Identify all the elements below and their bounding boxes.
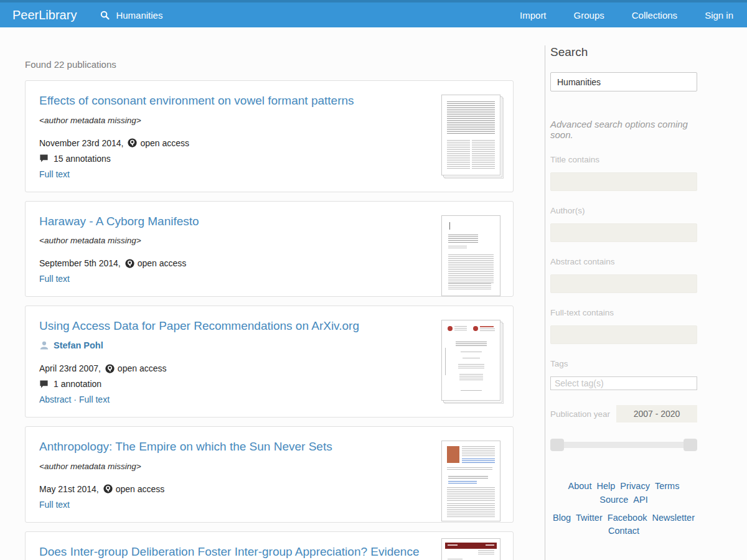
open-access-icon — [125, 259, 134, 268]
annotations-count: 1 annotation — [54, 379, 101, 389]
footer-link-about[interactable]: About — [568, 481, 592, 491]
nav-link-collections[interactable]: Collections — [632, 10, 677, 21]
top-navbar: PeerLibrary Import Groups Collections Si… — [0, 0, 747, 27]
footer-links-row: About Help Privacy Terms Source API — [550, 480, 697, 507]
slider-handle-max[interactable] — [684, 439, 697, 451]
title-contains-label: Title contains — [550, 155, 697, 164]
brand-logo[interactable]: PeerLibrary — [12, 8, 77, 22]
document-thumbnail[interactable] — [441, 441, 500, 521]
annotation-icon — [39, 380, 49, 389]
publication-card: Anthropology: The Empire on which the Su… — [25, 426, 514, 523]
authors-label: Author(s) — [550, 206, 697, 215]
title-contains-input — [550, 172, 697, 191]
publication-date: April 23rd 2007, — [39, 363, 101, 373]
open-access-label: open access — [116, 484, 165, 494]
publication-title[interactable]: Effects of consonant environment on vowe… — [39, 93, 354, 109]
open-access-label: open access — [140, 138, 189, 148]
publication-links: Full text — [39, 500, 499, 510]
link-separator: · — [73, 394, 77, 404]
publication-title[interactable]: Anthropology: The Empire on which the Su… — [39, 439, 332, 455]
publication-card: Effects of consonant environment on vowe… — [25, 80, 514, 192]
footer-links-row: Blog Twitter Facebook Newsletter Contact — [550, 511, 697, 539]
publication-year-row: Publication year 2007 - 2020 — [550, 405, 697, 422]
nav-link-sign-in[interactable]: Sign in — [705, 10, 733, 21]
author-missing-note: <author metadata missing> — [39, 236, 499, 245]
author-missing-note: <author metadata missing> — [39, 116, 499, 125]
document-thumbnail[interactable] — [441, 538, 500, 560]
annotations-row: 15 annotations — [39, 154, 499, 164]
publication-card: Does Inter-group Deliberation Foster Int… — [25, 531, 514, 560]
authors-input — [550, 223, 697, 242]
annotation-icon — [39, 154, 49, 163]
abstract-contains-label: Abstract contains — [550, 257, 697, 266]
full-text-link[interactable]: Full text — [39, 169, 70, 179]
open-access-icon — [105, 364, 115, 373]
footer-link-blog[interactable]: Blog — [553, 513, 571, 523]
abstract-link[interactable]: Abstract — [39, 394, 71, 404]
person-icon — [39, 340, 49, 350]
author-link[interactable]: Stefan Pohl — [54, 340, 103, 350]
footer-link-newsletter[interactable]: Newsletter — [652, 513, 695, 523]
publication-card: Using Access Data for Paper Recommendati… — [25, 306, 514, 418]
author-missing-note: <author metadata missing> — [39, 462, 499, 471]
footer-link-twitter[interactable]: Twitter — [576, 513, 603, 523]
author-row: Stefan Pohl — [39, 340, 499, 350]
footer-link-source[interactable]: Source — [599, 495, 628, 505]
sidebar-footer: About Help Privacy Terms Source API Blog… — [550, 480, 697, 538]
nav-link-import[interactable]: Import — [520, 10, 547, 21]
slider-handle-min[interactable] — [550, 439, 564, 451]
footer-link-contact[interactable]: Contact — [608, 526, 639, 536]
publication-date: November 23rd 2014, — [39, 138, 123, 148]
search-icon — [100, 11, 110, 20]
publication-title[interactable]: Does Inter-group Deliberation Foster Int… — [39, 544, 431, 560]
sidebar-title: Search — [550, 45, 697, 59]
publication-card: Haraway - A Cyborg Manifesto <author met… — [25, 201, 514, 297]
results-column: Found 22 publications Effects of consona… — [25, 27, 514, 560]
main-content: Found 22 publications Effects of consona… — [0, 27, 747, 560]
full-text-link[interactable]: Full text — [79, 394, 110, 404]
document-thumbnail[interactable] — [441, 95, 500, 175]
publication-date: September 5th 2014, — [39, 258, 121, 268]
publication-links: Abstract·Full text — [39, 394, 499, 404]
tags-label: Tags — [550, 359, 697, 368]
publication-meta: September 5th 2014, open access — [39, 258, 499, 268]
publication-year-label: Publication year — [550, 409, 610, 419]
publication-meta: May 21st 2014, open access — [39, 484, 499, 494]
annotations-row: 1 annotation — [39, 379, 499, 389]
open-access-label: open access — [118, 363, 167, 373]
navbar-search-input[interactable] — [115, 9, 208, 21]
footer-link-api[interactable]: API — [633, 495, 647, 505]
footer-link-facebook[interactable]: Facebook — [608, 513, 647, 523]
year-range-slider — [550, 439, 697, 451]
navbar-links: Import Groups Collections Sign in — [492, 10, 733, 21]
publication-title[interactable]: Haraway - A Cyborg Manifesto — [39, 214, 199, 230]
slider-track[interactable] — [550, 442, 697, 448]
open-access-icon — [103, 484, 113, 493]
publication-meta: November 23rd 2014, open access — [39, 138, 499, 148]
coming-soon-note: Advanced search options coming soon. — [550, 119, 697, 140]
publication-title[interactable]: Using Access Data for Paper Recommendati… — [39, 319, 359, 334]
results-count: Found 22 publications — [25, 59, 514, 70]
open-access-label: open access — [138, 258, 187, 268]
publication-links: Full text — [39, 169, 499, 179]
publication-date: May 21st 2014, — [39, 484, 99, 494]
search-sidebar: Search Advanced search options coming so… — [545, 45, 697, 560]
publication-links: Full text — [39, 274, 499, 284]
open-access-icon — [128, 138, 137, 147]
tags-select-input[interactable] — [550, 376, 697, 390]
sidebar-search-input[interactable] — [550, 72, 697, 91]
footer-link-terms[interactable]: Terms — [655, 481, 679, 491]
footer-link-help[interactable]: Help — [597, 481, 616, 491]
fulltext-contains-input — [550, 325, 697, 344]
abstract-contains-input — [550, 274, 697, 293]
full-text-link[interactable]: Full text — [39, 274, 70, 284]
publication-meta: April 23rd 2007, open access — [39, 363, 499, 373]
document-thumbnail[interactable] — [441, 320, 500, 401]
footer-link-privacy[interactable]: Privacy — [620, 481, 650, 491]
fulltext-contains-label: Full-text contains — [550, 308, 697, 317]
nav-link-groups[interactable]: Groups — [574, 10, 604, 21]
full-text-link[interactable]: Full text — [39, 500, 70, 510]
navbar-search[interactable] — [100, 9, 208, 21]
document-thumbnail[interactable] — [441, 215, 500, 296]
publication-year-value: 2007 - 2020 — [616, 405, 697, 422]
